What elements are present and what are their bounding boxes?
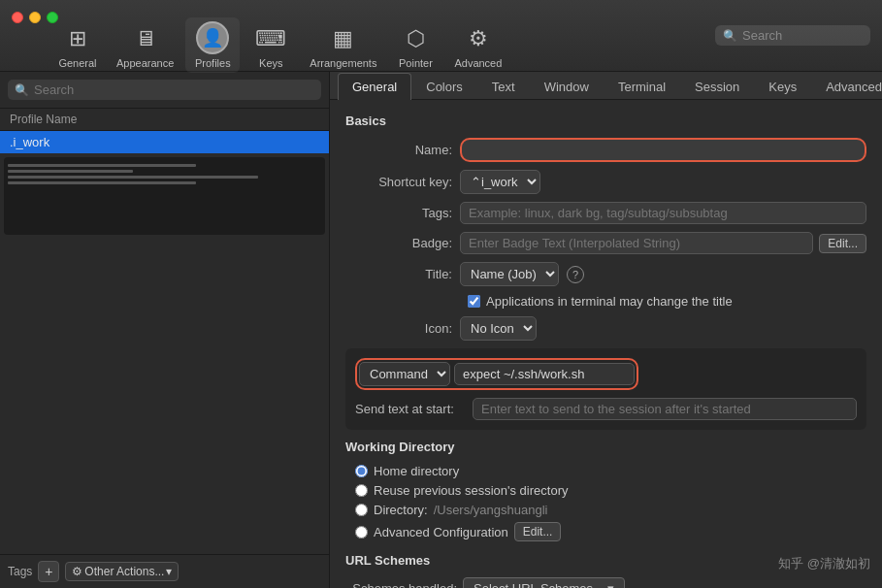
title-select-wrapper[interactable]: Name (Job) <box>460 262 559 286</box>
toolbar-label-profiles: Profiles <box>195 57 231 69</box>
toolbar-item-general[interactable]: ⊞ General <box>50 19 105 73</box>
badge-label: Badge: <box>345 236 452 250</box>
toolbar-search[interactable]: 🔍 <box>715 25 870 46</box>
toolbar-item-keys[interactable]: ⌨ Keys <box>244 19 298 73</box>
radio-item-directory: Directory: /Users/yangshuangli <box>355 503 866 517</box>
keys-icon: ⌨ <box>255 23 286 54</box>
title-bar: ⊞ General 🖥 Appearance 👤 Profiles ⌨ Keys… <box>0 0 882 72</box>
add-profile-button[interactable]: + <box>38 561 59 582</box>
panel-content: Basics Name: Shortcut key: ⌃i_work Tags: <box>330 100 882 588</box>
shortcut-select[interactable]: ⌃i_work <box>461 171 539 193</box>
name-input[interactable] <box>460 138 866 162</box>
profile-item-name: .i_work <box>10 135 49 149</box>
radio-group: Home directory Reuse previous session's … <box>355 464 866 541</box>
radio-advanced-config[interactable] <box>355 526 368 539</box>
sidebar: 🔍 Profile Name .i_work Tags + ⚙ <box>0 72 330 588</box>
radio-home[interactable] <box>355 465 368 477</box>
title-help-icon[interactable]: ? <box>567 266 584 283</box>
send-text-row: Send text at start: <box>355 398 857 420</box>
radio-directory[interactable] <box>355 504 368 516</box>
toolbar-label-pointer: Pointer <box>399 57 433 69</box>
advanced-config-edit-button[interactable]: Edit... <box>514 522 562 541</box>
tab-keys[interactable]: Keys <box>754 73 811 100</box>
tab-colors[interactable]: Colors <box>411 73 477 100</box>
arrangements-icon: ▦ <box>328 23 359 54</box>
tab-text[interactable]: Text <box>477 73 530 100</box>
radio-item-home: Home directory <box>355 464 866 478</box>
title-checkbox-label: Applications in terminal may change the … <box>486 294 733 309</box>
radio-item-reuse: Reuse previous session's directory <box>355 483 866 498</box>
schemes-label: Schemes handled: <box>345 581 457 588</box>
tab-bar: General Colors Text Window Terminal Sess… <box>330 72 882 100</box>
select-url-schemes-button[interactable]: Select URL Schemes... ▾ <box>463 577 625 588</box>
command-input[interactable] <box>454 363 635 385</box>
profiles-icon: 👤 <box>196 21 229 54</box>
send-text-input[interactable] <box>473 398 857 420</box>
terminal-line <box>8 176 258 179</box>
url-schemes-title: URL Schemes <box>345 553 866 568</box>
shortcut-row: Shortcut key: ⌃i_work <box>345 170 866 194</box>
title-label: Title: <box>345 267 452 281</box>
command-type-select[interactable]: Command <box>360 363 449 385</box>
gear-icon: ⚙ <box>72 565 82 578</box>
other-actions-button[interactable]: ⚙ Other Actions... ▾ <box>65 562 179 581</box>
radio-home-label: Home directory <box>374 464 459 478</box>
toolbar-label-keys: Keys <box>259 57 282 69</box>
badge-input[interactable] <box>460 232 813 254</box>
command-section: Command Send text at start: <box>345 348 866 430</box>
sidebar-footer: Tags + ⚙ Other Actions... ▾ <box>0 554 329 588</box>
tab-session[interactable]: Session <box>680 73 754 100</box>
radio-item-advanced-config: Advanced Configuration Edit... <box>355 522 866 541</box>
shortcut-select-wrapper[interactable]: ⌃i_work <box>460 170 540 194</box>
tab-window[interactable]: Window <box>530 73 604 100</box>
toolbar-item-appearance[interactable]: 🖥 Appearance <box>109 19 181 73</box>
zoom-button[interactable] <box>47 12 58 23</box>
toolbar-item-profiles[interactable]: 👤 Profiles <box>185 17 240 73</box>
toolbar-item-advanced[interactable]: ⚙ Advanced <box>446 19 509 73</box>
icon-row: Icon: No Icon <box>345 316 866 341</box>
sidebar-search-inner[interactable]: 🔍 <box>8 80 321 100</box>
chevron-down-icon: ▾ <box>166 565 172 578</box>
right-panel: General Colors Text Window Terminal Sess… <box>330 72 882 588</box>
badge-edit-button[interactable]: Edit... <box>819 234 866 253</box>
close-button[interactable] <box>12 12 23 23</box>
traffic-lights <box>12 12 58 23</box>
select-url-schemes-label: Select URL Schemes... <box>474 581 604 588</box>
other-actions-label: Other Actions... <box>84 565 164 578</box>
appearance-icon: 🖥 <box>130 23 161 54</box>
badge-row: Badge: Edit... <box>345 232 866 254</box>
command-type-wrapper[interactable]: Command <box>359 362 450 386</box>
sidebar-search-icon: 🔍 <box>15 83 29 97</box>
tab-advanced[interactable]: Advanced <box>811 73 882 100</box>
icon-select[interactable]: No Icon <box>461 317 536 340</box>
toolbar-item-arrangements[interactable]: ▦ Arrangements <box>302 19 384 73</box>
tags-input[interactable] <box>460 202 866 224</box>
title-checkbox-row: Applications in terminal may change the … <box>468 294 866 309</box>
radio-reuse-label: Reuse previous session's directory <box>374 483 568 498</box>
icon-label: Icon: <box>345 321 452 336</box>
command-row: Command <box>355 358 857 390</box>
toolbar-search-input[interactable] <box>742 28 863 43</box>
title-select[interactable]: Name (Job) <box>461 263 558 285</box>
tags-label: Tags: <box>345 206 452 220</box>
radio-directory-label: Directory: <box>374 503 428 517</box>
url-schemes-section: URL Schemes Schemes handled: Select URL … <box>345 553 866 588</box>
basics-section-title: Basics <box>345 114 866 128</box>
footer-tags-label: Tags <box>8 565 32 578</box>
terminal-line <box>8 181 196 184</box>
tab-terminal[interactable]: Terminal <box>604 73 680 100</box>
icon-select-wrapper[interactable]: No Icon <box>460 316 537 341</box>
profile-item[interactable]: .i_work <box>0 131 329 153</box>
schemes-row: Schemes handled: Select URL Schemes... ▾ <box>345 577 866 588</box>
working-dir-title: Working Directory <box>345 440 866 454</box>
toolbar-item-pointer[interactable]: ⬡ Pointer <box>388 19 442 73</box>
tab-general[interactable]: General <box>338 73 411 100</box>
advanced-icon: ⚙ <box>463 23 494 54</box>
sidebar-search-input[interactable] <box>34 82 314 97</box>
radio-reuse[interactable] <box>355 484 368 497</box>
title-checkbox[interactable] <box>468 295 480 308</box>
name-label: Name: <box>345 143 452 157</box>
minimize-button[interactable] <box>29 12 41 23</box>
terminal-line <box>8 170 133 173</box>
badge-field-group: Edit... <box>460 232 866 254</box>
